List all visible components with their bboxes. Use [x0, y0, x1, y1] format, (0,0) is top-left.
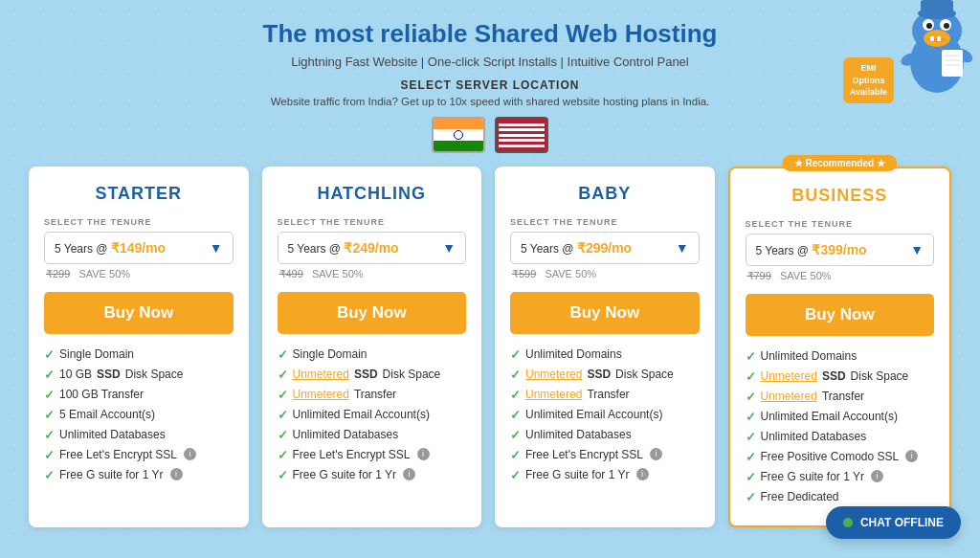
plan-baby-tenure-label: SELECT THE TENURE [510, 217, 700, 227]
list-item: ✓ Single Domain [44, 347, 234, 362]
plan-hatchling-chevron-icon: ▼ [442, 240, 456, 256]
list-item: ✓ Free G suite for 1 Yr i [278, 468, 467, 482]
list-item: ✓ Unlimited Domains [510, 347, 700, 362]
list-item: ✓ Unlimited Databases [510, 428, 700, 442]
plan-baby-chevron-icon: ▼ [676, 240, 689, 256]
plan-business-tenure-selector[interactable]: 5 Years @ ₹399/mo ▼ [746, 234, 935, 266]
svg-rect-12 [921, 0, 953, 15]
plan-starter: STARTER SELECT THE TENURE 5 Years @ ₹149… [29, 167, 249, 527]
list-item: ✓ Unlimited Databases [278, 428, 467, 442]
list-item: ✓ Free Let's Encrypt SSL i [510, 448, 700, 462]
chat-widget[interactable]: CHAT OFFLINE [826, 506, 961, 539]
plan-baby: BABY SELECT THE TENURE 5 Years @ ₹299/mo… [495, 167, 715, 527]
list-item: ✓ 10 GB SSD Disk Space [44, 368, 234, 382]
chat-label: CHAT OFFLINE [860, 516, 944, 529]
plan-starter-tenure-label: SELECT THE TENURE [44, 217, 234, 227]
plan-starter-features: ✓ Single Domain ✓ 10 GB SSD Disk Space ✓… [44, 347, 234, 482]
plan-baby-tenure-selector[interactable]: 5 Years @ ₹299/mo ▼ [510, 232, 700, 264]
plan-hatchling-tenure-label: SELECT THE TENURE [278, 217, 467, 227]
plan-hatchling-features: ✓ Single Domain ✓ Unmetered SSD Disk Spa… [278, 347, 467, 482]
server-location-section: SELECT SERVER LOCATION Website traffic f… [29, 78, 951, 153]
info-gsuite-icon[interactable]: i [871, 470, 883, 482]
list-item: ✓ Free Positive Comodo SSL i [746, 450, 935, 464]
plan-business-tenure-text: 5 Years @ ₹399/mo [756, 242, 867, 257]
list-item: ✓ Unlimited Domains [746, 349, 935, 364]
info-gsuite-icon[interactable]: i [403, 468, 415, 480]
list-item: ✓ Free Let's Encrypt SSL i [44, 448, 234, 462]
list-item: ✓ Unmetered SSD Disk Space [746, 369, 935, 384]
server-location-label: SELECT SERVER LOCATION [29, 78, 951, 92]
plan-starter-buy-button[interactable]: Buy Now [44, 292, 234, 334]
chat-status-indicator [843, 518, 853, 527]
plan-baby-features: ✓ Unlimited Domains ✓ Unmetered SSD Disk… [510, 347, 700, 482]
svg-rect-7 [930, 36, 934, 41]
list-item: ✓ Unlimited Email Account(s) [510, 408, 700, 422]
page-subtitle: Lightning Fast Website | One-click Scrip… [29, 55, 951, 69]
plan-business-name: BUSINESS [746, 186, 935, 206]
list-item: ✓ Unmetered Transfer [510, 388, 700, 402]
flag-us[interactable] [495, 117, 548, 153]
info-comodo-icon[interactable]: i [905, 450, 918, 462]
page-wrapper: The most reliable Shared Web Hosting Lig… [0, 0, 980, 547]
plans-container: STARTER SELECT THE TENURE 5 Years @ ₹149… [29, 167, 951, 527]
header-section: The most reliable Shared Web Hosting Lig… [29, 19, 951, 69]
list-item: ✓ Free G suite for 1 Yr i [44, 468, 234, 482]
list-item: ✓ Free G suite for 1 Yr i [746, 470, 935, 484]
plan-baby-name: BABY [510, 184, 700, 204]
list-item: ✓ Unmetered Transfer [278, 388, 467, 402]
plan-baby-tenure-text: 5 Years @ ₹299/mo [521, 240, 632, 256]
plan-business-tenure-label: SELECT THE TENURE [746, 219, 935, 229]
us-stripes [499, 121, 545, 149]
emi-badge: EMI Options Available [843, 57, 894, 103]
plan-starter-tenure-text: 5 Years @ ₹149/mo [55, 240, 166, 256]
plan-business-chevron-icon: ▼ [910, 242, 924, 257]
list-item: ✓ Unmetered SSD Disk Space [278, 368, 467, 382]
list-item: ✓ Free Let's Encrypt SSL i [278, 448, 467, 462]
plan-hatchling-savings: ₹499 SAVE 50% [278, 268, 467, 280]
info-gsuite-icon[interactable]: i [170, 468, 183, 480]
list-item: ✓ Unlimited Databases [44, 428, 234, 442]
plan-business: ★ Recommended ★ BUSINESS SELECT THE TENU… [728, 167, 952, 527]
list-item: ✓ Unlimited Email Account(s) [278, 408, 467, 422]
flags-container [29, 117, 951, 153]
info-ssl-icon[interactable]: i [184, 448, 196, 460]
page-title: The most reliable Shared Web Hosting [29, 19, 951, 49]
plan-starter-tenure-selector[interactable]: 5 Years @ ₹149/mo ▼ [44, 232, 234, 264]
list-item: ✓ Unlimited Email Account(s) [746, 410, 935, 424]
svg-point-4 [926, 23, 932, 29]
info-ssl-icon[interactable]: i [650, 448, 662, 460]
recommended-badge: ★ Recommended ★ [783, 155, 897, 171]
plan-hatchling-buy-button[interactable]: Buy Now [278, 292, 467, 334]
plan-starter-chevron-icon: ▼ [210, 240, 223, 256]
list-item: ✓ Unmetered Transfer [746, 390, 935, 404]
info-gsuite-icon[interactable]: i [636, 468, 649, 480]
plan-business-features: ✓ Unlimited Domains ✓ Unmetered SSD Disk… [746, 349, 935, 504]
svg-rect-8 [937, 36, 941, 41]
plan-hatchling-name: HATCHLING [278, 184, 467, 204]
flag-india[interactable] [432, 117, 485, 153]
server-location-subtitle: Website traffic from India? Get up to 10… [29, 96, 951, 107]
plan-hatchling-tenure-selector[interactable]: 5 Years @ ₹249/mo ▼ [278, 232, 467, 264]
mascot-image [884, 0, 980, 96]
plan-starter-savings: ₹299 SAVE 50% [44, 268, 234, 280]
plan-hatchling-tenure-text: 5 Years @ ₹249/mo [288, 240, 399, 256]
list-item: ✓ Free Dedicated [746, 490, 935, 504]
list-item: ✓ Unlimited Databases [746, 430, 935, 444]
plan-business-savings: ₹799 SAVE 50% [746, 270, 935, 282]
plan-business-buy-button[interactable]: Buy Now [746, 294, 935, 336]
list-item: ✓ 5 Email Account(s) [44, 408, 234, 422]
info-ssl-icon[interactable]: i [417, 448, 430, 460]
list-item: ✓ Free G suite for 1 Yr i [510, 468, 700, 482]
list-item: ✓ Unmetered SSD Disk Space [510, 368, 700, 382]
plan-starter-name: STARTER [44, 184, 234, 204]
plan-baby-buy-button[interactable]: Buy Now [510, 292, 700, 334]
list-item: ✓ 100 GB Transfer [44, 388, 234, 402]
svg-rect-13 [942, 50, 963, 77]
svg-point-5 [944, 23, 949, 29]
ashoka-chakra-icon [454, 130, 463, 140]
plan-baby-savings: ₹599 SAVE 50% [510, 268, 700, 280]
list-item: ✓ Single Domain [278, 347, 467, 362]
plan-hatchling: HATCHLING SELECT THE TENURE 5 Years @ ₹2… [262, 167, 482, 527]
